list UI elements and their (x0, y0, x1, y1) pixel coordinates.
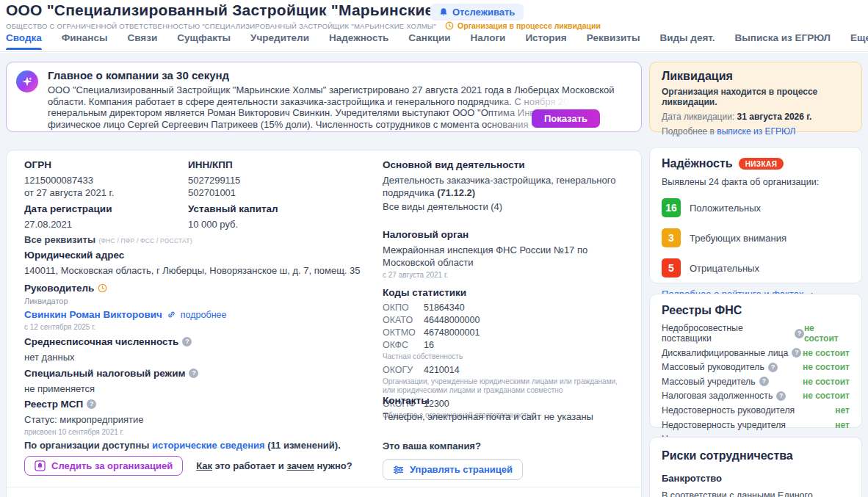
requisites-note: (ФНС / ПФР / ФСС / РОССТАТ) (99, 237, 192, 244)
warning-count-badge: 3 (662, 228, 681, 247)
own-company-question: Это ваша компания? (383, 440, 631, 452)
tab-svodka[interactable]: Сводка (6, 32, 42, 50)
page-title: ООО "Специализированный Застройщик "Марь… (6, 1, 500, 19)
details-divider (7, 487, 641, 487)
contacts-value: Телефон, электронная почта и сайт не ука… (383, 410, 631, 423)
content-area: Главное о компании за 30 секунд ООО "Спе… (0, 53, 868, 497)
head-block: Руководитель Ликвидатор Свинкин Роман Ви… (24, 283, 369, 332)
fns-row: Дисквалифицированные лица? не состоит (662, 348, 850, 358)
tab-suschfakty[interactable]: Сущфакты (177, 32, 231, 50)
fns-row: Недостоверность учредителя нет (662, 420, 850, 430)
head-more-link[interactable]: подробнее (181, 310, 227, 320)
contacts-label: Контакты (383, 395, 631, 406)
show-button[interactable]: Показать (532, 109, 600, 128)
tab-more[interactable]: Еще (850, 32, 868, 50)
reliability-card: Надёжность НИЗКАЯ Выявлены 24 факта об о… (649, 147, 862, 283)
liquidation-more-line: Подробнее в выписке из ЕГРЮЛ (662, 126, 850, 137)
tax-regime-block: Специальный налоговый режим ? не применя… (24, 368, 245, 395)
liquidation-line: Организация находится в процессе ликвида… (662, 87, 850, 107)
why-link[interactable]: зачем (286, 460, 314, 471)
stat-codes-label: Коды статистики (383, 287, 631, 298)
stat-code-row: ОКОГУ4210014 (383, 364, 631, 377)
tax-authority-value: Межрайонная инспекция ФНС России №17 по … (383, 244, 631, 269)
summary-text-part2: физическое лицо Сергей Сергеевич Патрике… (48, 119, 531, 130)
tab-sankcii[interactable]: Санкции (408, 32, 450, 50)
tab-nalogi[interactable]: Налоги (471, 32, 506, 50)
tab-uchrediteli[interactable]: Учредители (250, 32, 309, 50)
stat-code-row: ОКАТО46448000000 (383, 314, 631, 327)
liquidation-date-label: Дата ликвидации: (662, 112, 734, 122)
how-it-works-line: Как это работает и зачем нужно? (196, 460, 352, 471)
reliability-intro: Выявлены 24 факта об организации: (662, 177, 850, 187)
tab-nadezhnost[interactable]: Надежность (329, 32, 388, 50)
fns-registries-card: Реестры ФНС Недобросовестные поставщики?… (649, 294, 862, 428)
warning-label: Требующих внимания (690, 233, 786, 244)
positive-label: Положительных (690, 203, 761, 214)
tab-finansy[interactable]: Финансы (62, 32, 108, 50)
follow-company-button[interactable]: Следить за организацией (24, 456, 183, 476)
ogrn-date: от 27 августа 2021 г. (24, 186, 171, 199)
question-circle-icon[interactable]: ? (776, 391, 786, 401)
fns-row: Недостоверность руководителя нет (662, 405, 850, 416)
tab-vidy-deyat[interactable]: Виды деят. (659, 32, 715, 50)
link-icon (167, 310, 176, 319)
liquidation-date-line: Дата ликвидации: 31 августа 2026 г. (662, 112, 850, 122)
question-circle-icon[interactable]: ? (182, 337, 192, 347)
negative-label: Отрицательных (690, 263, 759, 274)
address-label: Юридический адрес (24, 250, 369, 261)
liquidation-title: Ликвидация (662, 70, 850, 83)
headcount-label-text: Среднесписочная численность (24, 336, 178, 347)
how-end: нужно? (314, 460, 352, 471)
tab-istoriya[interactable]: История (525, 32, 566, 50)
clock-icon (98, 283, 107, 293)
fact-row-positive: 16 Положительных (662, 198, 850, 217)
question-circle-icon[interactable]: ? (759, 377, 769, 386)
tab-svyazi[interactable]: Связи (127, 32, 157, 50)
reg-date-label: Дата регистрации (24, 203, 186, 214)
liquidation-more-prefix: Подробнее в (662, 126, 715, 137)
stat-code-note: Частная собственность (383, 352, 631, 362)
all-activities-link[interactable]: Все виды деятельности (4) (383, 200, 631, 213)
head-label-text: Руководитель (24, 283, 94, 294)
all-requisites-link[interactable]: Все реквизиты (24, 234, 95, 245)
sliders-icon (393, 465, 404, 474)
inn-kpp-label: ИНН/КПП (188, 159, 335, 170)
tab-vypiska-egrul[interactable]: Выписка из ЕГРЮЛ (734, 32, 831, 50)
tab-rekvizity[interactable]: Реквизиты (587, 32, 640, 50)
ogrn-block: ОГРН 1215000087433 от 27 августа 2021 г. (24, 159, 171, 199)
cooperation-risks-card: Риски сотрудничества Банкротство В соотв… (649, 437, 862, 497)
sparkle-icon (16, 70, 38, 92)
question-circle-icon[interactable]: ? (792, 348, 801, 358)
question-circle-icon[interactable]: ? (768, 363, 778, 372)
stat-code-row: ОКФС16 (383, 339, 631, 352)
msp-status: Статус: микропредприятие (24, 413, 245, 426)
history-prefix: По организации доступны (24, 440, 152, 451)
risks-title: Риски сотрудничества (662, 449, 850, 462)
stat-code-note: Организации, учрежденные юридическими ли… (383, 377, 631, 396)
egrul-extract-link[interactable]: выписке из ЕГРЮЛ (717, 126, 795, 137)
history-link[interactable]: исторические сведения (152, 440, 265, 451)
fns-row: Налоговая задолженность? не состоит (662, 391, 850, 401)
track-button-label: Отслеживать (452, 7, 515, 18)
how-link[interactable]: Как (196, 460, 212, 471)
headcount-value: нет данных (24, 351, 245, 363)
reliability-low-badge: НИЗКАЯ (739, 158, 784, 170)
activity-label: Основной вид деятельности (383, 159, 631, 170)
question-circle-icon[interactable]: ? (795, 329, 804, 338)
headcount-label: Среднесписочная численность ? (24, 336, 245, 347)
subtitle-row: ОБЩЕСТВО С ОГРАНИЧЕННОЙ ОТВЕТСТВЕННОСТЬЮ… (6, 21, 601, 30)
fns-row: Массовый учредитель? не состоит (662, 377, 850, 387)
track-button[interactable]: Отслеживать (430, 4, 524, 21)
question-circle-icon[interactable]: ? (87, 399, 96, 409)
bell-plus-icon (35, 460, 46, 471)
question-circle-icon[interactable]: ? (189, 369, 198, 378)
ogrn-value: 1215000087433 (24, 174, 171, 186)
bankruptcy-subtitle: Банкротство (662, 473, 850, 484)
capital-label: Уставный капитал (188, 203, 335, 214)
manage-page-button[interactable]: Управлять страницей (383, 459, 523, 480)
head-label: Руководитель (24, 283, 369, 294)
capital-value: 10 000 руб. (188, 218, 335, 231)
liquidation-date-value: 31 августа 2026 г. (737, 112, 812, 122)
own-company-block: Это ваша компания? Управлять страницей (383, 440, 631, 480)
head-name-link[interactable]: Свинкин Роман Викторович (24, 309, 162, 320)
